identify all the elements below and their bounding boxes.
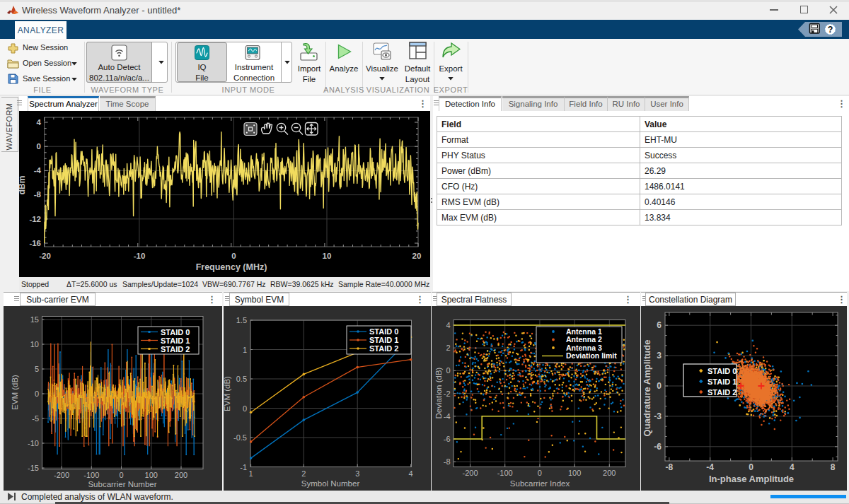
svg-text:-16: -16: [29, 239, 41, 247]
svg-text:8: 8: [831, 462, 836, 472]
svg-text:4: 4: [790, 462, 795, 472]
svg-text:15: 15: [30, 315, 39, 324]
svg-text:5: 5: [35, 365, 39, 373]
svg-text:-5: -5: [32, 414, 39, 423]
svg-text:0: 0: [657, 381, 662, 391]
svg-text:4: 4: [37, 118, 42, 127]
svg-text:STAID 0: STAID 0: [161, 328, 190, 336]
svg-text:?: ?: [828, 25, 833, 35]
svg-text:Symbol Number: Symbol Number: [301, 479, 360, 488]
svg-text:Subcarrier Index: Subcarrier Index: [510, 479, 570, 488]
svg-text:-4: -4: [706, 462, 714, 472]
svg-text:In-phase Amplitude: In-phase Amplitude: [709, 474, 794, 484]
svg-text:-15: -15: [28, 464, 39, 472]
svg-text:-200: -200: [54, 471, 69, 479]
svg-text:10: 10: [323, 252, 332, 260]
svg-text:0.5: 0.5: [236, 375, 247, 383]
svg-text:STAID 1: STAID 1: [708, 377, 737, 386]
svg-text:100: 100: [568, 469, 581, 477]
svg-text:-2: -2: [444, 389, 451, 398]
svg-text:STAID 2: STAID 2: [161, 345, 190, 353]
svg-text:4: 4: [409, 469, 413, 478]
svg-text:STAID 1: STAID 1: [161, 336, 190, 345]
svg-text:0: 0: [446, 366, 450, 375]
svg-text:STAID 2: STAID 2: [708, 388, 737, 397]
svg-text:-6: -6: [654, 442, 662, 452]
svg-text:200: 200: [603, 469, 616, 477]
svg-text:-20: -20: [39, 252, 51, 260]
svg-text:Deviation limit: Deviation limit: [566, 351, 617, 360]
svg-text:-10: -10: [28, 439, 39, 447]
svg-text:20: 20: [412, 252, 422, 260]
svg-text:4: 4: [446, 321, 450, 329]
svg-text:0: 0: [231, 252, 236, 260]
svg-text:3: 3: [657, 351, 662, 361]
svg-text:-10: -10: [134, 252, 146, 260]
svg-text:Deviation (dB): Deviation (dB): [434, 367, 443, 418]
svg-text:-0.5: -0.5: [233, 433, 247, 442]
svg-text:-100: -100: [497, 469, 513, 477]
svg-text:Frequency (MHz): Frequency (MHz): [196, 262, 267, 272]
svg-text:-8: -8: [444, 457, 451, 466]
svg-text:2: 2: [446, 344, 450, 352]
svg-text:STAID 1: STAID 1: [369, 336, 398, 344]
svg-text:0: 0: [35, 389, 39, 398]
svg-text:-3: -3: [654, 411, 662, 421]
svg-text:Quadrature Amplitude: Quadrature Amplitude: [642, 340, 652, 437]
svg-text:-200: -200: [462, 469, 478, 477]
svg-text:10: 10: [30, 340, 39, 348]
svg-text:-8: -8: [666, 462, 674, 472]
svg-text:EVM (dB): EVM (dB): [11, 375, 19, 410]
svg-text:Antenna 2: Antenna 2: [566, 335, 602, 344]
svg-text:dBm: dBm: [19, 176, 27, 195]
svg-text:STAID 0: STAID 0: [369, 327, 398, 336]
svg-text:-100: -100: [83, 471, 99, 479]
svg-text:-12: -12: [29, 215, 41, 223]
svg-text:-4: -4: [34, 166, 42, 175]
svg-text:0: 0: [749, 462, 753, 472]
svg-text:1.5: 1.5: [236, 316, 247, 324]
svg-text:1: 1: [249, 469, 253, 478]
svg-text:200: 200: [175, 471, 187, 479]
svg-text:0: 0: [538, 469, 542, 477]
svg-text:-6: -6: [444, 435, 451, 443]
svg-text:Antenna 1: Antenna 1: [566, 327, 602, 336]
svg-text:6: 6: [657, 320, 662, 330]
svg-text:STAID 0: STAID 0: [708, 367, 737, 375]
svg-text:3: 3: [355, 469, 359, 478]
svg-text:0: 0: [37, 142, 41, 151]
svg-text:STAID 2: STAID 2: [369, 344, 398, 353]
svg-text:Antenna 3: Antenna 3: [566, 344, 602, 352]
svg-text:2: 2: [301, 469, 306, 478]
svg-text:100: 100: [145, 471, 158, 479]
svg-text:0: 0: [243, 404, 247, 413]
svg-text:-8: -8: [34, 190, 42, 199]
svg-text:-4: -4: [444, 412, 451, 421]
svg-text:EVM (dB): EVM (dB): [224, 376, 231, 411]
svg-text:1: 1: [243, 346, 247, 354]
svg-text:0: 0: [119, 471, 123, 479]
svg-text:-1: -1: [240, 463, 247, 471]
svg-text:Subcarrier Number: Subcarrier Number: [88, 480, 156, 488]
